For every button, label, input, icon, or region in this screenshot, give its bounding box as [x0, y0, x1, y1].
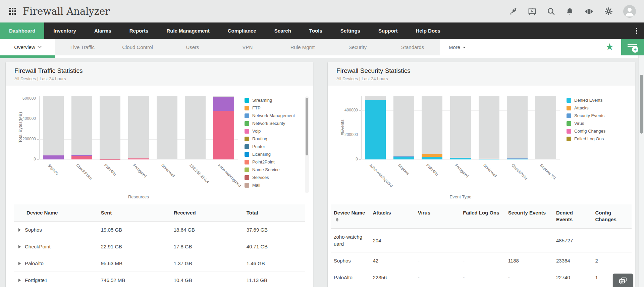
table-row-sophos[interactable]: Sophos42--1188233642	[331, 252, 632, 269]
nav-item-inventory[interactable]: Inventory	[44, 22, 85, 39]
bar-segment-zoho-watchguard-traffic-lower-segment[interactable]	[213, 111, 234, 159]
cell-failed-log-ons: -	[460, 229, 505, 252]
bar-segment-sonicwall-denied-events[interactable]	[479, 159, 499, 159]
table-row-paloalto[interactable]: PaloAlto22356---227401	[331, 269, 632, 286]
legend-item-printer[interactable]: Printer	[245, 143, 307, 150]
legend-item-denied-events[interactable]: Denied Events	[567, 96, 629, 104]
legend-item-voip[interactable]: Voip	[245, 127, 307, 135]
cell-value: 22740	[556, 275, 570, 280]
subnav-tab-live-traffic[interactable]: Live Traffic	[55, 39, 110, 55]
table-row-fortigate1[interactable]: Fortigate1746.52 MB10.4 GB11.13 GB	[14, 272, 305, 287]
legend-swatch	[245, 129, 249, 134]
subnav-tab-security[interactable]: Security	[330, 39, 385, 55]
bar-segment-sophos-denied-events[interactable]	[393, 156, 414, 159]
column-header-virus[interactable]: Virus	[415, 204, 460, 229]
legend-item-network-management[interactable]: Network Management	[245, 112, 307, 119]
kebab-menu-icon[interactable]	[629, 22, 644, 39]
bar-segment-fortigate1-traffic-lower-segment[interactable]	[128, 158, 149, 159]
bar-segment-checkpoint-denied-events[interactable]	[507, 159, 528, 159]
nav-item-reports[interactable]: Reports	[120, 22, 158, 39]
chat-feedback-button[interactable]	[613, 274, 633, 287]
devices-icon[interactable]	[584, 7, 594, 16]
legend-item-streaming[interactable]: Streaming	[245, 96, 307, 104]
legend-item-virus[interactable]: Virus	[567, 119, 629, 127]
legend-swatch	[567, 129, 571, 134]
legend-item-point2point[interactable]: Point2Point	[245, 158, 307, 166]
legend-item-config-changes[interactable]: Config Changes	[567, 127, 629, 135]
column-header-attacks[interactable]: Attacks	[370, 204, 415, 229]
subnav-tab-vpn[interactable]: VPN	[220, 39, 275, 55]
table-row-sophos[interactable]: Sophos19.05 GB18.64 GB37.69 GB	[14, 222, 305, 238]
legend-item-name-service[interactable]: Name Service	[245, 166, 307, 174]
column-header-denied-events[interactable]: Denied Events	[553, 204, 592, 229]
user-avatar[interactable]	[623, 5, 636, 18]
table-row-checkpoint[interactable]: CheckPoint22.91 GB17.8 GB40.71 GB	[14, 238, 305, 255]
legend-item-mail[interactable]: Mail	[245, 181, 307, 189]
legend-item-attacks[interactable]: Attacks	[567, 104, 629, 112]
bar-segment-paloalto-attacks[interactable]	[422, 154, 442, 157]
cell-value: -	[595, 238, 597, 243]
y-tick-label: 200000	[328, 132, 358, 137]
search-icon[interactable]	[547, 7, 555, 16]
column-header-label: Sent	[101, 210, 112, 216]
apps-grid-icon[interactable]	[9, 8, 16, 15]
expand-row-icon[interactable]	[18, 279, 21, 282]
sort-icon[interactable]	[336, 217, 338, 223]
legend-item-network-security[interactable]: Network Security	[245, 119, 307, 127]
subnav-tab-users[interactable]: Users	[165, 39, 220, 55]
nav-item-rule-management[interactable]: Rule Management	[157, 22, 218, 39]
add-dashboard-button[interactable]: +	[621, 39, 644, 55]
header-icon-bar	[509, 5, 636, 18]
bar-segment-zoho-watchguard-traffic-upper-segment[interactable]	[213, 97, 234, 111]
page-scrollbar-thumb[interactable]	[640, 75, 643, 134]
expand-row-icon[interactable]	[18, 228, 21, 232]
x-axis-title: Event Type	[361, 194, 560, 199]
subnav-tab-standards[interactable]: Standards	[385, 39, 440, 55]
nav-item-support[interactable]: Support	[369, 22, 407, 39]
nav-item-compliance[interactable]: Compliance	[219, 22, 265, 39]
bar-segment-fortigate1-denied-events[interactable]	[450, 158, 471, 159]
subnav-tab-cloud-control[interactable]: Cloud Control	[110, 39, 165, 55]
nav-item-search[interactable]: Search	[265, 22, 300, 39]
expand-row-icon[interactable]	[18, 245, 21, 248]
favorite-star-icon[interactable]: ★	[605, 39, 614, 55]
column-header-config-changes[interactable]: Config Changes	[592, 204, 632, 229]
expand-row-icon[interactable]	[18, 262, 21, 265]
nav-item-alarms[interactable]: Alarms	[85, 22, 120, 39]
chart-legend: StreamingFTPNetwork ManagementNetwork Se…	[245, 96, 307, 189]
column-header-device-name[interactable]: Device Name	[331, 204, 370, 229]
column-header-failed-log-ons[interactable]: Failed Log Ons	[460, 204, 505, 229]
nav-item-settings[interactable]: Settings	[331, 22, 369, 39]
legend-scrollbar-thumb[interactable]	[306, 98, 308, 155]
legend-item-ftp[interactable]: FTP	[245, 104, 307, 112]
legend-item-services[interactable]: Services	[245, 174, 307, 181]
legend-item-licensing[interactable]: Licensing	[245, 150, 307, 158]
settings-gear-icon[interactable]	[604, 7, 613, 16]
bar-background-sonicwall	[157, 96, 177, 159]
column-header-security-events[interactable]: Security Events	[505, 204, 553, 229]
table-row-paloalto[interactable]: PaloAlto95.63 MB1.37 GB1.46 GB	[14, 255, 305, 272]
nav-item-help-docs[interactable]: Help Docs	[407, 22, 449, 39]
table-row-zoho-watchguard[interactable]: zoho-watchguard204---485727-	[331, 229, 632, 252]
nav-item-tools[interactable]: Tools	[300, 22, 331, 39]
bar-segment-zoho-watchguard-denied-events[interactable]	[365, 100, 386, 159]
rocket-icon[interactable]	[509, 7, 518, 16]
nav-item-dashboard[interactable]: Dashboard	[0, 22, 44, 39]
bar-segment-checkpoint-traffic-lower-segment[interactable]	[71, 156, 92, 159]
bar-segment-paloalto-denied-events[interactable]	[422, 157, 442, 159]
notifications-bell-icon[interactable]	[566, 7, 574, 16]
firewall-analyzer-dashboard: { "header": { "app_title": "Firewall Ana…	[0, 0, 644, 287]
legend-item-failed-log-ons[interactable]: Failed Log Ons	[567, 135, 629, 143]
cell-total: 1.46 GB	[244, 255, 305, 272]
bar-segment-sophos-traffic-upper-segment[interactable]	[43, 155, 64, 159]
cell-value: 22.91 GB	[101, 244, 122, 249]
subnav-tab-overview[interactable]: Overview	[0, 39, 55, 55]
subnav-more-dropdown[interactable]: More	[449, 44, 466, 50]
legend-item-routing[interactable]: Routing	[245, 135, 307, 143]
legend-item-security-events[interactable]: Security Events	[567, 112, 629, 119]
subnav-tab-rule-mgmt[interactable]: Rule Mgmt	[275, 39, 330, 55]
presentation-icon[interactable]	[528, 7, 537, 16]
bar-segment-checkpoint-security-events[interactable]	[507, 158, 528, 159]
bar-segment-checkpoint-traffic-upper-segment[interactable]	[71, 155, 92, 156]
column-header-received: Received	[171, 204, 244, 222]
